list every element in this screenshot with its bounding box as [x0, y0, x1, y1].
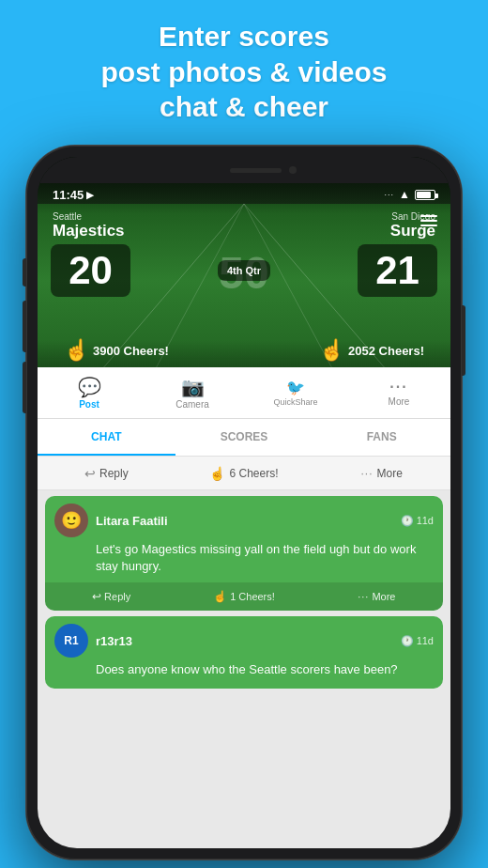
signal-dots-icon: ··· — [385, 190, 395, 199]
message1-time: 🕐 11d — [401, 515, 434, 527]
score-section: Seattle Majestics San Diego Surge 20 4th… — [38, 206, 450, 301]
menu-icon[interactable] — [420, 215, 437, 226]
sub-tab-chat[interactable]: CHAT — [38, 419, 175, 456]
camera-label: Camera — [175, 399, 209, 410]
tab-post[interactable]: 💬 Post — [38, 367, 141, 418]
cheers2-count: 2052 Cheers! — [348, 344, 424, 358]
chat-content: 🙂 Litara Faatili 🕐 11d Let's go Magestic… — [38, 490, 450, 848]
sub-tab-bar: CHAT SCORES FANS — [38, 419, 450, 457]
msg1-cheers-icon: ☝ — [213, 590, 227, 603]
sub-tab-scores[interactable]: SCORES — [175, 419, 313, 456]
msg1-more-label: More — [372, 591, 395, 602]
sub-tab-fans[interactable]: FANS — [313, 419, 450, 456]
avatar-1: 🙂 — [54, 504, 88, 537]
battery-icon — [415, 190, 435, 200]
message1-body: Let's go Magestics missing yall on the f… — [45, 541, 443, 582]
phone-screen: 50 11:45 ▶ ··· ▲ — [38, 157, 450, 848]
wifi-icon: ▲ — [399, 188, 410, 201]
reply-icon: ↩ — [84, 466, 96, 481]
cheer-hand-right-icon: ☝️ — [319, 338, 344, 363]
msg1-more-btn[interactable]: ··· More — [311, 582, 443, 611]
team1-info: Seattle Majestics — [53, 211, 146, 240]
cheers2-item[interactable]: ☝️ 2052 Cheers! — [319, 338, 424, 363]
more-dots-icon: ··· — [389, 379, 407, 395]
tab-more[interactable]: ··· More — [347, 367, 450, 418]
message1-actions: ↩ Reply ☝ 1 Cheers! ··· More — [45, 582, 443, 611]
cheer-hand-left-icon: ☝️ — [64, 338, 89, 363]
cheers-row: ☝️ 3900 Cheers! ☝️ 2052 Cheers! — [38, 338, 450, 363]
team1-score: 20 — [51, 244, 130, 297]
quickshare-icon: 🐦 — [286, 379, 305, 396]
post-icon: 💬 — [78, 376, 101, 398]
message2-username: r13r13 — [96, 634, 393, 648]
team1-name: Majestics — [53, 222, 146, 240]
more-action[interactable]: ··· More — [313, 467, 450, 480]
status-bar: 11:45 ▶ ··· ▲ — [38, 183, 450, 206]
tab-bar: 💬 Post 📷 Camera 🐦 QuickShare ··· More — [38, 367, 450, 419]
message2-time: 🕐 11d — [401, 635, 434, 647]
team2-score: 21 — [358, 244, 437, 297]
avatar-2: R1 — [54, 624, 88, 658]
reply-label: Reply — [99, 467, 129, 480]
msg1-reply-btn[interactable]: ↩ Reply — [45, 582, 177, 611]
action-row: ↩ Reply ☝ 6 Cheers! ··· More — [38, 457, 450, 490]
msg1-cheers-btn[interactable]: ☝ 1 Cheers! — [177, 582, 310, 611]
msg1-reply-icon: ↩ — [92, 590, 101, 603]
header-line3: chat & cheer — [160, 91, 328, 122]
camera-icon: 📷 — [181, 376, 205, 398]
msg1-cheers-label: 1 Cheers! — [230, 591, 275, 602]
tab-quickshare[interactable]: 🐦 QuickShare — [244, 367, 347, 418]
more-action-icon: ··· — [361, 467, 374, 480]
quickshare-label: QuickShare — [273, 397, 317, 407]
cheers1-count: 3900 Cheers! — [93, 344, 169, 358]
phone-frame: 50 11:45 ▶ ··· ▲ — [26, 146, 462, 860]
cheers-action-label: 6 Cheers! — [229, 467, 278, 480]
msg1-reply-label: Reply — [104, 591, 130, 602]
tab-camera[interactable]: 📷 Camera — [141, 367, 244, 418]
header-line1: Enter scores — [159, 21, 329, 52]
more-label: More — [389, 396, 410, 407]
header-line2: post photos & videos — [100, 56, 387, 87]
message2-body: Does anyone know who the Seattle scorers… — [45, 661, 443, 688]
location-icon: ▶ — [86, 190, 94, 200]
cheers-action[interactable]: ☝ 6 Cheers! — [175, 466, 313, 481]
message1-username: Litara Faatili — [96, 514, 393, 528]
chat-message-1: 🙂 Litara Faatili 🕐 11d Let's go Magestic… — [45, 496, 443, 611]
more-action-label: More — [377, 467, 403, 480]
status-time: 11:45 — [53, 188, 84, 202]
cheers-action-icon: ☝ — [209, 466, 225, 481]
reply-action[interactable]: ↩ Reply — [38, 466, 175, 481]
post-label: Post — [79, 399, 99, 410]
header-section: Enter scores post photos & videos chat &… — [0, 0, 488, 134]
quarter-badge: 4th Qtr — [218, 260, 270, 281]
chat-message-2: R1 r13r13 🕐 11d Does anyone know who the… — [45, 616, 443, 688]
msg1-more-icon: ··· — [358, 591, 369, 602]
team1-city: Seattle — [53, 211, 146, 222]
cheers1-item[interactable]: ☝️ 3900 Cheers! — [64, 338, 169, 363]
